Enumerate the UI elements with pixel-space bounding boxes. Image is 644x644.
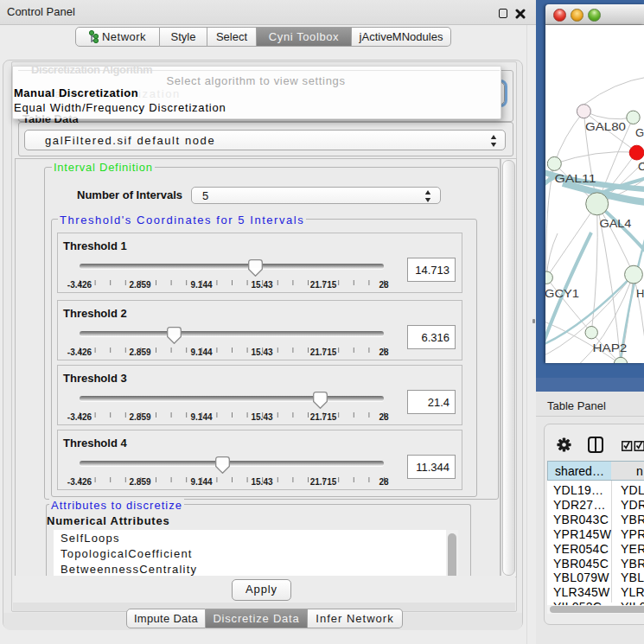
svg-text:H: H	[636, 287, 644, 300]
svg-text:GAL80: GAL80	[585, 120, 626, 133]
svg-text:GAL11: GAL11	[555, 172, 596, 185]
svg-text:G…: G…	[635, 126, 644, 139]
svg-text:HAP2: HAP2	[592, 341, 627, 354]
svg-text:GCY1: GCY1	[545, 287, 579, 300]
svg-text:C…: C…	[638, 160, 644, 173]
svg-text:GAL4: GAL4	[599, 217, 631, 230]
